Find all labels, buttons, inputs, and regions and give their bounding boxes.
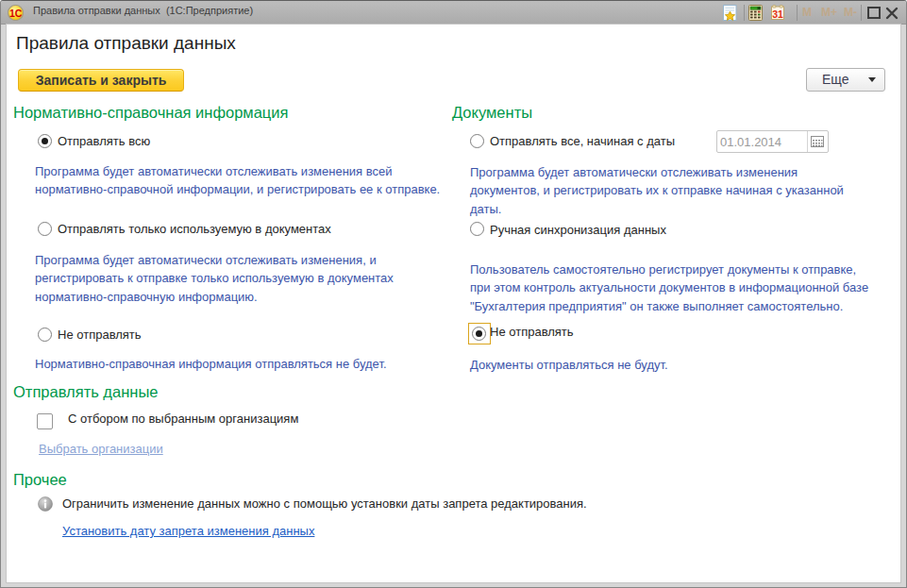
svg-text:1С: 1С — [9, 8, 23, 19]
svg-text:31: 31 — [772, 8, 783, 20]
